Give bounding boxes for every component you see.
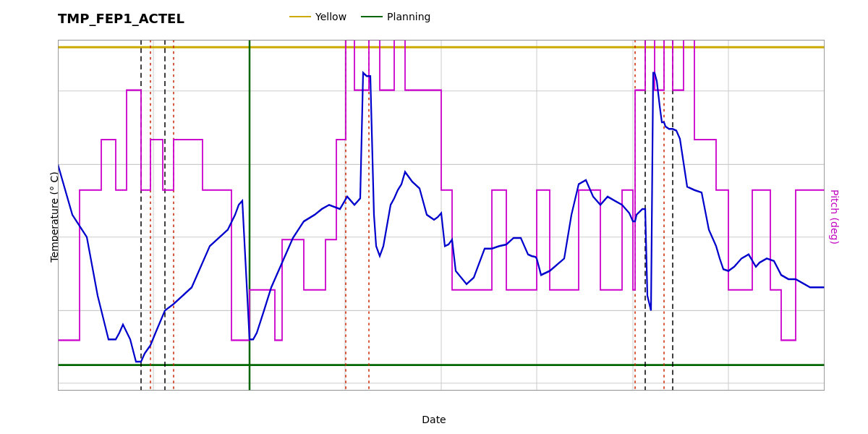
legend-yellow: Yellow bbox=[289, 11, 346, 22]
x-axis-label: Date bbox=[422, 414, 446, 425]
planning-label: Planning bbox=[387, 11, 430, 22]
chart-container: TMP_FEP1_ACTEL Yellow Planning Temperatu… bbox=[0, 0, 868, 434]
legend-planning: Planning bbox=[361, 11, 430, 22]
planning-line-icon bbox=[361, 16, 383, 17]
chart-title: TMP_FEP1_ACTEL bbox=[58, 11, 184, 26]
yellow-line-icon bbox=[289, 16, 311, 17]
chart-svg: 2021:068 2021:069 2021:070 2021:071 2021… bbox=[58, 40, 825, 391]
legend: Yellow Planning bbox=[289, 11, 430, 22]
yellow-label: Yellow bbox=[315, 11, 346, 22]
y-axis-right-label: Pitch (deg) bbox=[829, 190, 841, 244]
